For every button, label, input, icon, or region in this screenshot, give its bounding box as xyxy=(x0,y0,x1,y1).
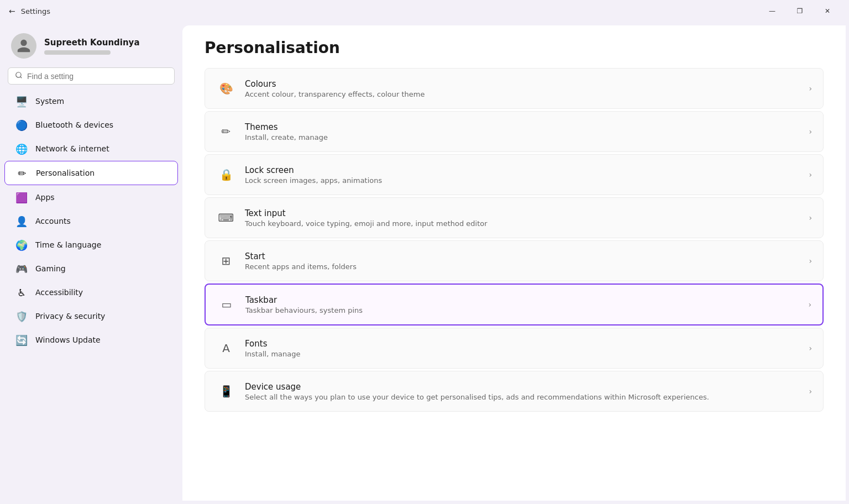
chevron-icon-fonts: › xyxy=(809,344,812,353)
nav-label-bluetooth: Bluetooth & devices xyxy=(35,120,113,129)
settings-subtitle-colours: Accent colour, transparency effects, col… xyxy=(245,90,809,98)
settings-subtitle-taskbar: Taskbar behaviours, system pins xyxy=(245,306,808,314)
nav-icon-apps: 🟪 xyxy=(15,191,28,203)
nav-label-network: Network & internet xyxy=(35,144,109,153)
settings-title-colours: Colours xyxy=(245,79,809,89)
sidebar-item-time[interactable]: 🌍 Time & language xyxy=(4,233,178,256)
search-input[interactable] xyxy=(27,72,167,81)
title-bar: ← Settings — ❐ ✕ xyxy=(0,0,849,22)
sidebar-item-update[interactable]: 🔄 Windows Update xyxy=(4,328,178,351)
nav-icon-bluetooth: 🔵 xyxy=(15,119,28,131)
settings-subtitle-device-usage: Select all the ways you plan to use your… xyxy=(245,393,809,401)
app-body: Supreeth Koundinya 🖥️ System 🔵 Bluetooth… xyxy=(0,22,849,504)
settings-icon-start: ⊞ xyxy=(216,251,236,271)
maximize-button[interactable]: ❐ xyxy=(787,2,813,20)
nav-icon-gaming: 🎮 xyxy=(15,262,28,275)
settings-text-colours: Colours Accent colour, transparency effe… xyxy=(245,79,809,98)
close-button[interactable]: ✕ xyxy=(815,2,840,20)
nav-icon-accessibility: ♿ xyxy=(15,286,28,298)
settings-icon-themes: ✏️ xyxy=(216,122,236,141)
back-button[interactable]: ← xyxy=(9,7,15,15)
settings-item-colours[interactable]: 🎨 Colours Accent colour, transparency ef… xyxy=(205,68,824,109)
nav-icon-update: 🔄 xyxy=(15,334,28,346)
nav-label-time: Time & language xyxy=(35,240,101,249)
search-icon xyxy=(15,71,23,81)
nav-list: 🖥️ System 🔵 Bluetooth & devices 🌐 Networ… xyxy=(0,89,182,352)
avatar xyxy=(11,33,36,59)
settings-icon-text-input: ⌨️ xyxy=(216,208,236,228)
settings-icon-device-usage: 📱 xyxy=(216,381,236,401)
nav-icon-accounts: 👤 xyxy=(15,215,28,227)
nav-label-apps: Apps xyxy=(35,193,55,202)
content-area: Personalisation 🎨 Colours Accent colour,… xyxy=(182,25,846,501)
svg-line-1 xyxy=(20,77,22,78)
settings-icon-fonts: 𝖠 xyxy=(216,338,236,358)
settings-text-themes: Themes Install, create, manage xyxy=(245,122,809,141)
minimize-button[interactable]: — xyxy=(759,2,785,20)
chevron-icon-text-input: › xyxy=(809,213,812,222)
settings-subtitle-start: Recent apps and items, folders xyxy=(245,262,809,271)
user-profile[interactable]: Supreeth Koundinya xyxy=(0,28,182,67)
nav-icon-system: 🖥️ xyxy=(15,95,28,107)
chevron-icon-device-usage: › xyxy=(809,387,812,396)
settings-text-lock-screen: Lock screen Lock screen images, apps, an… xyxy=(245,165,809,185)
user-subtitle xyxy=(44,50,111,55)
chevron-icon-taskbar: › xyxy=(808,300,811,309)
nav-label-update: Windows Update xyxy=(35,335,101,344)
settings-text-fonts: Fonts Install, manage xyxy=(245,339,809,358)
user-name: Supreeth Koundinya xyxy=(44,38,140,48)
settings-title-fonts: Fonts xyxy=(245,339,809,349)
settings-text-start: Start Recent apps and items, folders xyxy=(245,251,809,271)
settings-title-taskbar: Taskbar xyxy=(245,295,808,305)
settings-subtitle-fonts: Install, manage xyxy=(245,350,809,358)
sidebar: Supreeth Koundinya 🖥️ System 🔵 Bluetooth… xyxy=(0,22,182,504)
sidebar-item-accessibility[interactable]: ♿ Accessibility xyxy=(4,281,178,304)
sidebar-item-apps[interactable]: 🟪 Apps xyxy=(4,186,178,209)
window-controls: — ❐ ✕ xyxy=(759,2,840,20)
nav-label-privacy: Privacy & security xyxy=(35,312,105,321)
nav-icon-privacy: 🛡️ xyxy=(15,310,28,322)
settings-item-lock-screen[interactable]: 🔒 Lock screen Lock screen images, apps, … xyxy=(205,154,824,195)
settings-title-device-usage: Device usage xyxy=(245,382,809,392)
nav-label-accounts: Accounts xyxy=(35,217,71,225)
settings-text-taskbar: Taskbar Taskbar behaviours, system pins xyxy=(245,295,808,314)
nav-icon-time: 🌍 xyxy=(15,239,28,251)
settings-title-text-input: Text input xyxy=(245,208,809,218)
nav-label-gaming: Gaming xyxy=(35,264,66,273)
settings-text-text-input: Text input Touch keyboard, voice typing,… xyxy=(245,208,809,228)
svg-point-0 xyxy=(16,72,21,77)
settings-subtitle-themes: Install, create, manage xyxy=(245,133,809,141)
sidebar-item-network[interactable]: 🌐 Network & internet xyxy=(4,137,178,160)
sidebar-item-gaming[interactable]: 🎮 Gaming xyxy=(4,257,178,280)
settings-icon-taskbar: ▭ xyxy=(217,295,237,314)
settings-text-device-usage: Device usage Select all the ways you pla… xyxy=(245,382,809,401)
nav-label-accessibility: Accessibility xyxy=(35,288,83,297)
settings-subtitle-lock-screen: Lock screen images, apps, animations xyxy=(245,176,809,185)
settings-title-start: Start xyxy=(245,251,809,261)
chevron-icon-colours: › xyxy=(809,84,812,93)
sidebar-item-personalisation[interactable]: ✏️ Personalisation xyxy=(4,161,178,185)
settings-item-themes[interactable]: ✏️ Themes Install, create, manage › xyxy=(205,111,824,152)
settings-item-device-usage[interactable]: 📱 Device usage Select all the ways you p… xyxy=(205,371,824,412)
sidebar-item-privacy[interactable]: 🛡️ Privacy & security xyxy=(4,305,178,328)
settings-icon-colours: 🎨 xyxy=(216,78,236,98)
settings-item-start[interactable]: ⊞ Start Recent apps and items, folders › xyxy=(205,240,824,281)
settings-list: 🎨 Colours Accent colour, transparency ef… xyxy=(205,68,824,412)
settings-item-fonts[interactable]: 𝖠 Fonts Install, manage › xyxy=(205,328,824,369)
chevron-icon-themes: › xyxy=(809,127,812,136)
chevron-icon-start: › xyxy=(809,256,812,265)
sidebar-item-bluetooth[interactable]: 🔵 Bluetooth & devices xyxy=(4,113,178,136)
nav-icon-personalisation: ✏️ xyxy=(16,167,28,179)
settings-icon-lock-screen: 🔒 xyxy=(216,165,236,185)
nav-icon-network: 🌐 xyxy=(15,143,28,155)
nav-label-system: System xyxy=(35,97,64,106)
settings-item-text-input[interactable]: ⌨️ Text input Touch keyboard, voice typi… xyxy=(205,197,824,238)
search-box[interactable] xyxy=(8,67,175,85)
window-title: Settings xyxy=(21,7,50,15)
chevron-icon-lock-screen: › xyxy=(809,170,812,179)
settings-subtitle-text-input: Touch keyboard, voice typing, emoji and … xyxy=(245,219,809,228)
sidebar-item-system[interactable]: 🖥️ System xyxy=(4,90,178,113)
sidebar-item-accounts[interactable]: 👤 Accounts xyxy=(4,209,178,233)
settings-item-taskbar[interactable]: ▭ Taskbar Taskbar behaviours, system pin… xyxy=(205,284,824,326)
nav-label-personalisation: Personalisation xyxy=(36,169,95,177)
